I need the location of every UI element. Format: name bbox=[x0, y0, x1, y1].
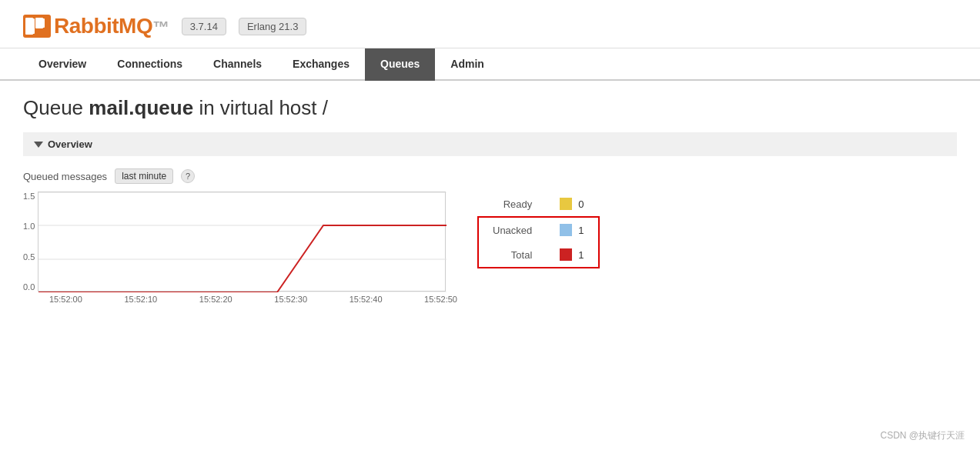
queued-messages-label: Queued messages bbox=[23, 171, 107, 182]
queue-name: mail.queue bbox=[89, 96, 193, 119]
rabbitmq-logo-icon bbox=[23, 15, 51, 38]
chart-stats-row: 1.5 1.0 0.5 0.0 bbox=[23, 192, 957, 304]
chart-y-labels: 1.5 1.0 0.5 0.0 bbox=[23, 192, 35, 292]
queued-messages-row: Queued messages last minute ? bbox=[23, 168, 957, 184]
header: RabbitMQ™ 3.7.14 Erlang 21.3 bbox=[0, 0, 980, 48]
nav-queues[interactable]: Queues bbox=[365, 48, 435, 81]
ready-value-cell: 0 bbox=[546, 192, 599, 216]
unacked-color-box bbox=[560, 224, 572, 236]
unacked-label: Unacked bbox=[477, 216, 546, 242]
ready-value: 0 bbox=[578, 198, 584, 210]
collapse-icon bbox=[34, 142, 43, 148]
ready-color-box bbox=[560, 198, 572, 210]
title-suffix: in virtual host / bbox=[199, 96, 328, 119]
logo-text-brand: MQ bbox=[119, 14, 152, 38]
total-label: Total bbox=[477, 242, 546, 268]
logo-text: RabbitMQ™ bbox=[54, 14, 169, 38]
overview-section-header[interactable]: Overview bbox=[23, 132, 957, 156]
svg-rect-0 bbox=[25, 18, 33, 35]
logo-text-plain: Rabbit bbox=[54, 14, 119, 38]
nav-channels[interactable]: Channels bbox=[198, 48, 277, 81]
stats-row-ready: Ready 0 bbox=[477, 192, 600, 216]
svg-rect-2 bbox=[38, 24, 41, 27]
chart-x-labels: 15:52:00 15:52:10 15:52:20 15:52:30 15:5… bbox=[23, 295, 457, 304]
main-nav: Overview Connections Channels Exchanges … bbox=[0, 48, 980, 81]
chart-area bbox=[38, 192, 446, 292]
nav-connections[interactable]: Connections bbox=[102, 48, 198, 81]
help-badge[interactable]: ? bbox=[181, 169, 195, 183]
chart-container: 1.5 1.0 0.5 0.0 bbox=[23, 192, 431, 304]
section-label: Overview bbox=[48, 138, 92, 150]
total-value-cell: 1 bbox=[546, 242, 599, 268]
main-content: Queue mail.queue in virtual host / Overv… bbox=[0, 81, 980, 319]
stats-row-total: Total 1 bbox=[477, 242, 600, 268]
erlang-badge: Erlang 21.3 bbox=[239, 18, 307, 35]
version-badge: 3.7.14 bbox=[182, 18, 226, 35]
logo: RabbitMQ™ bbox=[23, 14, 169, 38]
logo-container: RabbitMQ™ 3.7.14 Erlang 21.3 bbox=[23, 14, 306, 38]
time-range-badge[interactable]: last minute bbox=[115, 168, 173, 184]
total-value: 1 bbox=[578, 249, 584, 261]
stats-container: Ready 0 Unacked 1 bbox=[477, 192, 600, 268]
page-title: Queue mail.queue in virtual host / bbox=[23, 96, 957, 120]
chart-svg bbox=[38, 192, 447, 292]
unacked-value: 1 bbox=[578, 225, 584, 236]
stats-row-unacked: Unacked 1 bbox=[477, 216, 600, 242]
stats-table: Ready 0 Unacked 1 bbox=[477, 192, 600, 268]
title-prefix: Queue bbox=[23, 96, 83, 119]
svg-rect-1 bbox=[35, 18, 43, 28]
unacked-value-cell: 1 bbox=[546, 216, 599, 242]
total-color-box bbox=[560, 248, 572, 261]
nav-overview[interactable]: Overview bbox=[23, 48, 102, 81]
nav-exchanges[interactable]: Exchanges bbox=[277, 48, 365, 81]
ready-label: Ready bbox=[477, 192, 546, 216]
nav-admin[interactable]: Admin bbox=[435, 48, 500, 81]
